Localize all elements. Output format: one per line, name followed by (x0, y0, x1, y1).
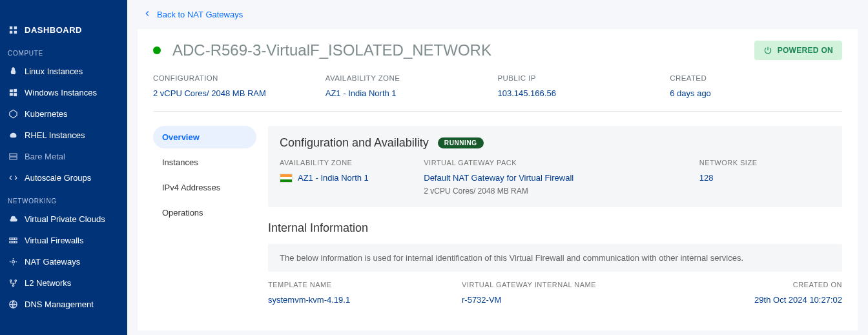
tab-operations[interactable]: Operations (153, 201, 256, 224)
sidebar-item-dns-management[interactable]: DNS Management (0, 294, 127, 315)
sidebar-section-networking: NETWORKING (0, 188, 127, 208)
sidebar-label: DNS Management (25, 299, 94, 309)
sidebar-label: Virtual Private Clouds (25, 214, 105, 224)
grid-icon (8, 25, 18, 35)
running-badge: RUNNING (438, 137, 484, 148)
tab-instances[interactable]: Instances (153, 151, 256, 174)
sidebar-item-windows-instances[interactable]: Windows Instances (0, 82, 127, 103)
section-title-config: Configuration and Availability (280, 136, 429, 150)
summary-label-configuration: CONFIGURATION (153, 74, 326, 82)
section-title-internal: Internal Information (268, 221, 368, 235)
config-az-value[interactable]: AZ1 - India North 1 (298, 173, 369, 183)
sidebar-item-dashboard[interactable]: DASHBOARD (0, 19, 127, 41)
summary-value-configuration[interactable]: 2 vCPU Cores/ 2048 MB RAM (153, 88, 326, 98)
config-size-value: 128 (699, 173, 831, 183)
config-availability-section: Configuration and Availability RUNNING A… (268, 126, 842, 207)
sidebar-item-autoscale-groups[interactable]: Autoscale Groups (0, 167, 127, 188)
sidebar: DASHBOARD COMPUTE Linux Instances Window… (0, 0, 127, 335)
svg-rect-2 (9, 31, 12, 34)
sidebar-item-l2-networks[interactable]: L2 Networks (0, 272, 127, 294)
svg-rect-13 (14, 238, 17, 240)
detail-body: Configuration and Availability RUNNING A… (268, 126, 842, 330)
svg-point-17 (12, 261, 14, 263)
sidebar-label: RHEL Instances (25, 130, 85, 140)
svg-rect-5 (14, 89, 17, 92)
firewall-icon (8, 236, 18, 245)
svg-rect-6 (9, 93, 12, 96)
svg-rect-0 (9, 26, 12, 29)
summary-label-az: AVAILABILITY ZONE (326, 74, 498, 82)
autoscale-icon (8, 173, 18, 183)
summary-value-created[interactable]: 6 days ago (670, 88, 842, 98)
svg-point-18 (10, 280, 12, 282)
server-icon (8, 152, 18, 161)
svg-rect-10 (9, 157, 16, 159)
title-row: ADC-R569-3-VirtualF_ISOLATED_NETWORK POW… (153, 41, 842, 60)
sidebar-label: Windows Instances (25, 88, 97, 97)
sidebar-label-dashboard: DASHBOARD (25, 25, 82, 35)
sidebar-label: Autoscale Groups (25, 173, 91, 183)
arrow-left-icon (143, 9, 152, 20)
sidebar-label: Kubernetes (25, 109, 68, 119)
config-az-label: AVAILABILITY ZONE (280, 159, 411, 167)
status-dot-icon (153, 46, 161, 54)
cloud-icon (8, 214, 18, 224)
sidebar-label: NAT Gateways (25, 257, 80, 267)
power-icon (763, 46, 772, 55)
sidebar-item-nat-gateways[interactable]: NAT Gateways (0, 251, 127, 272)
sidebar-item-rhel-instances[interactable]: RHEL Instances (0, 125, 127, 146)
sidebar-label: Virtual Firewalls (25, 236, 84, 245)
config-pack-value[interactable]: Default NAT Gateway for Virtual Firewall (424, 173, 687, 183)
globe-icon (8, 299, 18, 309)
svg-marker-8 (9, 110, 16, 118)
sidebar-item-linux-instances[interactable]: Linux Instances (0, 61, 127, 82)
page-title: ADC-R569-3-VirtualF_ISOLATED_NETWORK (172, 41, 491, 59)
sidebar-item-kubernetes[interactable]: Kubernetes (0, 103, 127, 125)
sidebar-label: Linux Instances (25, 66, 83, 76)
svg-rect-3 (14, 31, 16, 34)
svg-point-20 (12, 285, 14, 287)
back-link-label: Back to NAT Gateways (157, 10, 243, 19)
summary-label-created: CREATED (670, 74, 842, 82)
svg-rect-16 (14, 241, 17, 243)
sidebar-item-vpc[interactable]: Virtual Private Clouds (0, 208, 127, 230)
svg-point-19 (15, 280, 17, 282)
tab-overview[interactable]: Overview (153, 126, 256, 148)
summary-row: CONFIGURATION 2 vCPU Cores/ 2048 MB RAM … (153, 74, 842, 112)
main-content: Back to NAT Gateways ADC-R569-3-VirtualF… (127, 0, 868, 335)
back-link[interactable]: Back to NAT Gateways (127, 0, 868, 25)
windows-icon (8, 88, 18, 97)
config-pack-label: VIRTUAL GATEWAY PACK (424, 159, 687, 167)
detail-card: ADC-R569-3-VirtualF_ISOLATED_NETWORK POW… (138, 29, 858, 330)
svg-rect-7 (14, 93, 17, 96)
svg-rect-4 (9, 90, 12, 92)
sidebar-section-compute: COMPUTE (0, 41, 127, 61)
internal-created-value: 29th Oct 2024 10:27:02 (754, 295, 842, 305)
internal-gw-label: VIRTUAL GATEWAY INTERNAL NAME (462, 281, 754, 289)
power-status-label: POWERED ON (778, 46, 833, 55)
sidebar-label: Bare Metal (25, 152, 65, 161)
internal-information-section: Internal Information The below informati… (268, 221, 842, 316)
detail-row: Overview Instances IPv4 Addresses Operat… (153, 126, 842, 330)
network-icon (8, 278, 18, 288)
sidebar-item-bare-metal[interactable]: Bare Metal (0, 146, 127, 167)
sidebar-item-virtual-firewalls[interactable]: Virtual Firewalls (0, 230, 127, 251)
internal-template-label: TEMPLATE NAME (268, 281, 462, 289)
kubernetes-icon (8, 109, 18, 119)
rhel-icon (8, 130, 18, 140)
internal-gw-value[interactable]: r-5732-VM (462, 295, 754, 305)
sidebar-label: L2 Networks (25, 278, 71, 288)
nat-icon (8, 257, 18, 267)
internal-created-label: CREATED ON (754, 281, 842, 289)
summary-value-az[interactable]: AZ1 - India North 1 (326, 88, 498, 98)
tab-ipv4-addresses[interactable]: IPv4 Addresses (153, 176, 256, 199)
tabs: Overview Instances IPv4 Addresses Operat… (153, 126, 256, 330)
india-flag-icon (280, 174, 293, 183)
internal-info-note: The below information is used for intern… (268, 244, 842, 272)
svg-rect-9 (9, 154, 16, 156)
power-status-badge[interactable]: POWERED ON (754, 41, 842, 60)
summary-label-public-ip: PUBLIC IP (498, 74, 670, 82)
summary-value-public-ip[interactable]: 103.145.166.56 (498, 88, 670, 98)
internal-template-value[interactable]: systemvm-kvm-4.19.1 (268, 295, 462, 305)
config-size-label: NETWORK SIZE (699, 159, 831, 167)
